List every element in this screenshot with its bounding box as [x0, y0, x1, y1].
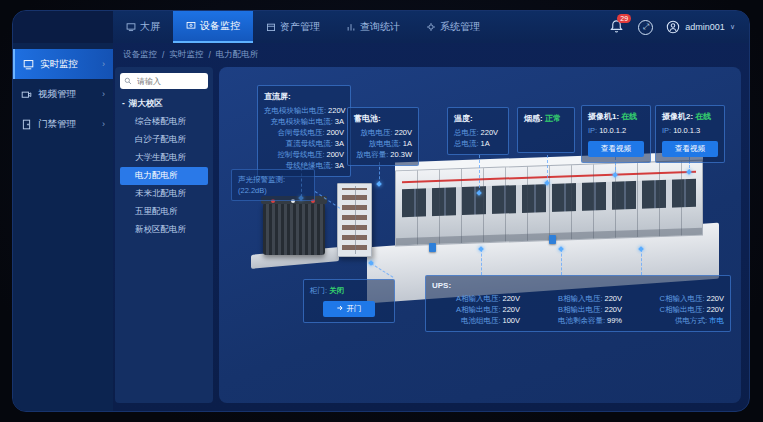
tree-search-box — [120, 73, 208, 89]
tab-dashboard[interactable]: 大屏 — [113, 11, 173, 43]
field-label: C相输入电压: — [659, 294, 704, 303]
field-value: 99% — [607, 316, 622, 325]
field-value: 220V — [328, 106, 346, 115]
field-value: 220V — [604, 294, 622, 303]
field-label: 充电模块输出电流: — [271, 117, 333, 126]
breadcrumb-part[interactable]: 设备监控 — [123, 49, 157, 61]
navbar-right: 29 ⤢ admin001 ∨ — [609, 11, 735, 43]
monitor-icon — [186, 21, 196, 31]
field-value: 市电 — [709, 316, 724, 325]
tree-item[interactable]: 综合楼配电所 — [120, 113, 208, 131]
battery-panel: 蓄电池: 放电电压:220V 放电电流:1A 放电容量:20.3W — [347, 107, 419, 166]
tab-system-management[interactable]: 系统管理 — [413, 11, 493, 43]
chevron-right-icon: › — [102, 59, 105, 69]
video-camera-icon — [21, 89, 32, 100]
door-label: 柜门: — [310, 286, 327, 295]
tree-search-input[interactable] — [135, 76, 204, 87]
tree-item[interactable]: 五里配电所 — [120, 203, 208, 221]
cabinet-door-panel: 柜门: 关闭 开门 — [303, 279, 395, 323]
field-label: 直流母线电流: — [286, 139, 333, 148]
tab-query-statistics[interactable]: 查询统计 — [333, 11, 413, 43]
big-screen-icon — [126, 22, 136, 32]
breadcrumb-part[interactable]: 实时监控 — [169, 49, 203, 61]
field-label: C相输出电压: — [659, 305, 704, 314]
connector-line — [561, 249, 562, 275]
tree-item[interactable]: 未来北配电所 — [120, 185, 208, 203]
tree-item[interactable]: 白沙子配电所 — [120, 131, 208, 149]
field-value: 220V — [481, 128, 499, 137]
search-icon — [124, 77, 132, 85]
collapse-icon: - — [122, 98, 125, 110]
avatar-icon — [666, 20, 680, 34]
tab-device-monitoring[interactable]: 设备监控 — [173, 11, 253, 43]
temperature-panel-title: 温度: — [454, 113, 502, 124]
field-value: 200V — [326, 128, 344, 137]
ups-grid: A相输入电压:220V A相输出电压:220V 电池组电压:100V B相输入电… — [432, 293, 724, 326]
switchgear-row — [395, 160, 703, 247]
left-sidebar: 实时监控 › 视频管理 › 门禁管理 › — [13, 43, 113, 412]
camera1-status: 在线 — [621, 112, 637, 121]
top-navbar: 大屏 设备监控 资产管理 查询统计 系统管理 — [13, 11, 749, 43]
field-label: 充电模块输出电压: — [264, 106, 326, 115]
username: admin001 — [685, 22, 725, 32]
open-door-button[interactable]: 开门 — [323, 301, 375, 317]
field-value: 3A — [335, 117, 344, 126]
tree-item-selected[interactable]: 电力配电所 — [120, 167, 208, 185]
field-value: 100V — [502, 316, 520, 325]
connector-line — [641, 249, 642, 275]
scene-panel: 直流屏: 充电模块输出电压:220V 充电模块输出电流:3A 合闸母线电压:20… — [219, 67, 741, 403]
view-video-button[interactable]: 查看视频 — [588, 141, 644, 157]
chevron-down-icon: ∨ — [730, 23, 735, 31]
temperature-panel: 温度: 总电压:220V 总电流:1A — [447, 107, 509, 155]
ip-value: 10.0.1.3 — [673, 126, 700, 135]
open-door-label: 开门 — [347, 304, 362, 313]
battery-rack-divider — [355, 186, 356, 254]
breadcrumb-separator: / — [162, 50, 164, 60]
open-door-icon — [336, 304, 344, 312]
noise-label: 声光报警监测: — [238, 174, 308, 185]
view-video-button[interactable]: 查看视频 — [662, 141, 718, 157]
smoke-sensor-panel: 烟感: 正常 — [517, 107, 575, 153]
ip-value: 10.0.1.2 — [599, 126, 626, 135]
camera1-title: 摄像机1: — [588, 112, 619, 121]
field-label: 电池组电压: — [461, 316, 501, 325]
chevron-right-icon: › — [102, 119, 105, 129]
user-menu[interactable]: admin001 ∨ — [666, 20, 735, 34]
nav-tabs: 大屏 设备监控 资产管理 查询统计 系统管理 — [113, 11, 493, 43]
sidebar-item-label: 实时监控 — [40, 58, 78, 71]
tab-label: 资产管理 — [280, 20, 320, 34]
camera2-status: 在线 — [695, 112, 711, 121]
alarm-bell-button[interactable]: 29 — [609, 19, 625, 35]
field-label: 放电电流: — [369, 139, 401, 148]
fullscreen-icon: ⤢ — [643, 22, 649, 32]
dc-panel: 直流屏: 充电模块输出电压:220V 充电模块输出电流:3A 合闸母线电压:20… — [257, 85, 351, 177]
tree-root-node[interactable]: - 湖大校区 — [122, 98, 208, 110]
field-value: 220V — [706, 305, 724, 314]
sidebar-item-realtime-monitoring[interactable]: 实时监控 › — [13, 49, 113, 79]
tab-label: 设备监控 — [200, 19, 240, 33]
connector-dot — [376, 181, 382, 187]
field-value: 3A — [335, 139, 344, 148]
smoke-panel-title: 烟感: — [524, 114, 543, 123]
ip-label: IP: — [662, 126, 671, 135]
field-value: 1A — [403, 139, 412, 148]
sidebar-item-video-management[interactable]: 视频管理 › — [13, 79, 113, 109]
dc-panel-title: 直流屏: — [264, 91, 344, 102]
tab-label: 系统管理 — [440, 20, 480, 34]
camera2-panel: 摄像机2: 在线 IP:10.0.1.3 查看视频 — [655, 105, 725, 163]
tab-asset-management[interactable]: 资产管理 — [253, 11, 333, 43]
sensor-box — [549, 235, 556, 244]
field-label: B相输出电压: — [558, 305, 603, 314]
connector-line — [547, 155, 548, 183]
gear-icon — [426, 22, 436, 32]
ups-panel: UPS: A相输入电压:220V A相输出电压:220V 电池组电压:100V … — [425, 275, 731, 332]
tree-item[interactable]: 新校区配电所 — [120, 221, 208, 239]
field-label: 电池剩余容量: — [558, 316, 605, 325]
sidebar-item-label: 视频管理 — [38, 88, 76, 101]
tree-item[interactable]: 大学生配电所 — [120, 149, 208, 167]
field-value: 3A — [335, 161, 344, 170]
sidebar-item-access-control[interactable]: 门禁管理 › — [13, 109, 113, 139]
battery-panel-title: 蓄电池: — [354, 113, 412, 124]
fullscreen-button[interactable]: ⤢ — [638, 20, 653, 35]
door-status: 关闭 — [329, 286, 344, 295]
